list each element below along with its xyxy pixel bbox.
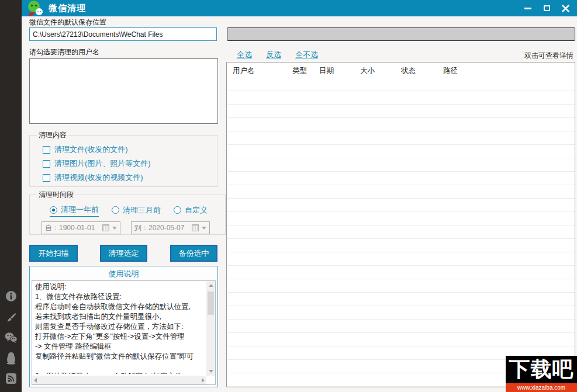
path-label: 微信文件的默认保存位置 [29, 18, 106, 27]
instructions-title: 使用说明 [30, 266, 217, 281]
calendar-icon [192, 224, 199, 231]
column-header-size[interactable]: 大小 [360, 66, 375, 76]
scrollbar-thumb[interactable] [208, 292, 214, 315]
checkbox-label: 清理图片(图片、照片等文件) [54, 158, 151, 169]
results-table[interactable]: 用户名 类型 日期 大小 状态 路径 [226, 62, 575, 387]
checkbox-icon [43, 174, 50, 182]
scroll-up-icon[interactable] [206, 281, 215, 290]
date-from-value: 1900-01-01 [59, 224, 95, 232]
wechat-icon[interactable] [0, 329, 22, 346]
backup-selected-button[interactable]: 备份选中 [170, 245, 217, 262]
brush-icon[interactable] [0, 308, 22, 326]
column-header-type[interactable]: 类型 [292, 66, 307, 76]
checkbox-label: 清理文件(收发的文件) [54, 144, 128, 155]
maximize-button[interactable] [537, 0, 556, 16]
checkbox-label: 清理视频(收发的视频文件) [54, 172, 143, 183]
close-button[interactable] [556, 0, 575, 16]
date-to-value: 2020-05-07 [148, 224, 184, 232]
radio-label: 清理一年前 [61, 204, 99, 215]
dropdown-arrow-icon [202, 227, 206, 230]
path-input[interactable] [29, 27, 217, 41]
radio-older-than-3months[interactable]: 清理三月前 [112, 205, 161, 217]
scroll-down-icon[interactable] [206, 367, 215, 376]
rss-icon[interactable] [0, 370, 22, 387]
window-controls [519, 0, 575, 16]
checkbox-clean-videos[interactable]: 清理视频(收发的视频文件) [43, 171, 212, 185]
left-toolbar [0, 0, 22, 392]
watermark: 下载吧 www.xiazaiba.com [506, 356, 577, 392]
start-scan-button[interactable]: 开始扫描 [29, 245, 78, 262]
scroll-left-icon[interactable] [34, 378, 37, 383]
checkbox-clean-files[interactable]: 清理文件(收发的文件) [43, 143, 212, 157]
radio-older-than-year[interactable]: 清理一年前 [50, 204, 99, 217]
checkbox-clean-images[interactable]: 清理图片(图片、照片等文件) [43, 157, 212, 171]
progress-bar [227, 27, 575, 41]
table-header: 用户名 类型 日期 大小 状态 路径 [227, 63, 575, 78]
qq-icon[interactable] [0, 349, 22, 367]
invert-selection-link[interactable]: 反选 [266, 50, 281, 60]
column-header-path[interactable]: 路径 [443, 66, 458, 76]
vertical-scrollbar[interactable] [206, 281, 215, 376]
double-click-hint: 双击可查看详情 [524, 51, 573, 61]
scroll-right-icon[interactable] [202, 378, 205, 383]
dropdown-arrow-icon [112, 227, 117, 230]
calendar-icon [102, 224, 109, 231]
time-range-group: 清理时间段 清理一年前 清理三月前 自定义 自： 1900-01-01 到： 2… [29, 190, 226, 235]
clean-selected-button[interactable]: 清理选定 [100, 245, 147, 262]
table-body[interactable] [227, 78, 575, 387]
date-to-picker[interactable]: 到： 2020-05-07 [131, 221, 210, 234]
info-icon[interactable] [0, 287, 22, 305]
radio-icon [50, 206, 57, 214]
wechat-cleaner-window: { "window": { "title": "微信清理" }, "sideba… [0, 0, 577, 392]
app-logo-icon [26, 0, 44, 16]
radio-icon [174, 206, 181, 214]
title-bar: 微信清理 [22, 0, 577, 16]
instructions-body: 使用说明: 1、微信文件存放路径设置: 程序启动时会自动获取微信文件存储的默认位… [35, 282, 203, 374]
radio-label: 清理三月前 [123, 205, 161, 216]
instructions-textarea[interactable]: 使用说明: 1、微信文件存放路径设置: 程序启动时会自动获取微信文件存储的默认位… [32, 280, 216, 385]
checkbox-icon [43, 160, 50, 168]
date-from-prefix: 自： [45, 223, 59, 233]
checkbox-icon [43, 146, 50, 154]
date-to-prefix: 到： [134, 223, 148, 233]
radio-label: 自定义 [185, 205, 208, 216]
watermark-url: www.xiazaiba.com [506, 383, 577, 392]
date-from-picker[interactable]: 自： 1900-01-01 [42, 221, 120, 234]
minimize-button[interactable] [519, 0, 537, 16]
watermark-text: 下载吧 [506, 356, 577, 383]
horizontal-scrollbar[interactable] [32, 376, 206, 384]
column-header-status[interactable]: 状态 [401, 66, 416, 76]
user-list[interactable] [29, 58, 218, 124]
users-label: 请勾选要清理的用户名 [29, 47, 99, 57]
select-all-link[interactable]: 全选 [237, 50, 252, 60]
clean-content-group: 清理内容 清理文件(收发的文件) 清理图片(图片、照片等文件) 清理视频(收发的… [29, 130, 217, 187]
clean-content-legend: 清理内容 [37, 130, 68, 140]
select-none-link[interactable]: 全不选 [295, 50, 318, 60]
time-range-legend: 清理时间段 [37, 190, 75, 200]
column-header-date[interactable]: 日期 [319, 66, 334, 76]
radio-custom-range[interactable]: 自定义 [174, 205, 208, 217]
instructions-panel: 使用说明 使用说明: 1、微信文件存放路径设置: 程序启动时会自动获取微信文件存… [29, 266, 218, 387]
window-title: 微信清理 [49, 3, 86, 14]
radio-icon [112, 206, 119, 214]
column-header-username[interactable]: 用户名 [233, 66, 255, 76]
